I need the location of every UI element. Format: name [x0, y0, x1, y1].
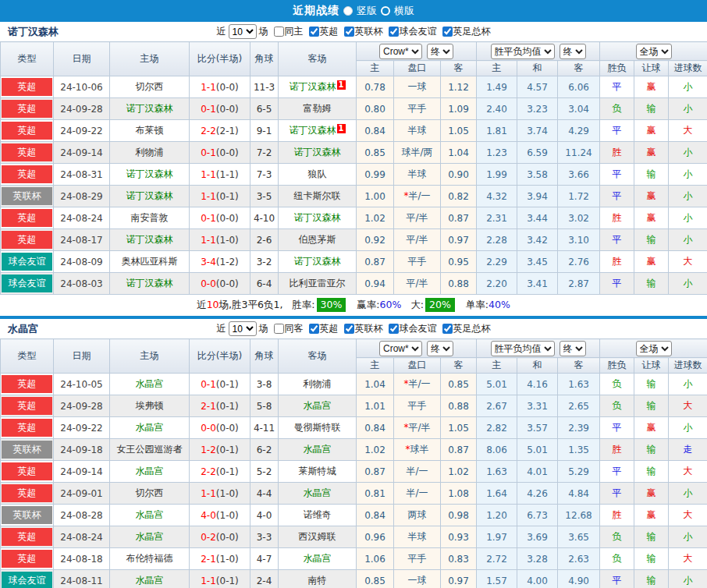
- home-odds-cell: 0.80: [357, 98, 394, 120]
- odds-state-select[interactable]: 终: [427, 341, 453, 356]
- score-cell: 1-1(0-0): [190, 76, 250, 98]
- match-row: 英超24-09-28埃弗顿2-1(0-1)5-8水晶宫1.01平手0.882.6…: [1, 395, 707, 417]
- goals-result-cell: 小: [669, 526, 707, 548]
- score-cell: 1-1(1-1): [190, 164, 250, 186]
- league-type-cell: 英联杯: [1, 186, 54, 207]
- avg-state-select[interactable]: 终: [560, 44, 586, 59]
- league-badge: 英超: [2, 143, 52, 161]
- team-label: 纽卡斯尔联: [294, 190, 341, 201]
- away-odds-cell: 0.93: [441, 526, 477, 548]
- avg-home-cell: 2.72: [477, 548, 517, 570]
- league-checkbox-premier[interactable]: [309, 27, 319, 37]
- away-odds-cell: 1.05: [441, 417, 477, 439]
- games-label: 场: [259, 25, 268, 38]
- league-type-cell: 球会友谊: [1, 273, 54, 295]
- vertical-layout-radio[interactable]: [343, 6, 353, 16]
- league-label-facup: 英足总杯: [453, 25, 491, 38]
- league-label-eflcup: 英联杯: [355, 25, 383, 38]
- score-cell: 0-1(0-0): [190, 142, 250, 164]
- match-date-cell: 24-08-28: [54, 505, 110, 526]
- match-row: 球会友谊24-08-11水晶宫1-1(0-1)2-4南特0.85一球0.971.…: [1, 570, 707, 588]
- score-cell: 3-4(1-2): [190, 251, 250, 273]
- home-team-cell: 布莱顿: [110, 120, 190, 142]
- home-team-cell: 布伦特福德: [110, 548, 190, 570]
- scope-select[interactable]: 全场: [636, 341, 672, 356]
- avg-type-select[interactable]: 胜平负均值: [491, 341, 555, 356]
- same-venue-label: 同客: [285, 322, 304, 335]
- goals-result-cell: 大: [669, 461, 707, 483]
- avg-type-select[interactable]: 胜平负均值: [491, 44, 555, 59]
- team-label: 诺丁汉森林: [290, 125, 336, 136]
- recent-games-select[interactable]: 10: [229, 24, 257, 39]
- match-row: 英联杯24-08-29诺丁汉森林1-1(0-1)3-5纽卡斯尔联1.00*半/一…: [1, 186, 707, 207]
- team-label: 水晶宫: [304, 444, 332, 455]
- handicap-cell: 球半/两: [394, 142, 441, 164]
- handicap-cell: 一球: [394, 76, 441, 98]
- avg-home-cell: 5.01: [477, 374, 517, 395]
- horizontal-layout-radio[interactable]: [381, 6, 390, 16]
- league-checkbox-facup[interactable]: [442, 27, 453, 37]
- subcol-avg-draw: 和: [517, 61, 558, 76]
- league-label-facup: 英足总杯: [453, 322, 491, 335]
- league-type-cell: 英联杯: [1, 505, 54, 526]
- corner-cell: 4-7: [250, 548, 279, 570]
- away-odds-cell: 0.85: [441, 374, 477, 395]
- scope-header-group: 全场: [600, 339, 707, 358]
- match-row: 英超24-10-06切尔西1-1(0-0)11-3诺丁汉森林10.78一球1.1…: [1, 76, 707, 98]
- section-team-1: 诺丁汉森林 近 10 场 同主 英超 英联杯 球会友谊 英足总杯: [0, 22, 707, 316]
- team-label: 水晶宫: [304, 400, 332, 411]
- corner-cell: 5-2: [250, 461, 279, 483]
- goals-result-cell: 小: [669, 76, 707, 98]
- handicap-result-cell: 输: [634, 164, 669, 186]
- avg-away-cell: 2.63: [558, 548, 600, 570]
- league-checkbox-friendly[interactable]: [389, 324, 399, 334]
- score-cell: 0-1(0-1): [190, 374, 250, 395]
- handicap-rate-label: 赢率:: [357, 299, 379, 310]
- team-label: 水晶宫: [136, 509, 164, 520]
- recent-games-select[interactable]: 10: [229, 321, 257, 336]
- match-row: 英超24-09-22布莱顿2-2(2-1)9-1诺丁汉森林10.84半球1.05…: [1, 120, 707, 142]
- goals-result-cell: 小: [669, 229, 707, 251]
- page-title: 近期战绩: [293, 4, 339, 18]
- handicap-cell: 平/半: [394, 229, 441, 251]
- home-odds-cell: 1.06: [357, 548, 394, 570]
- league-badge: 英超: [2, 78, 52, 96]
- scope-select[interactable]: 全场: [636, 44, 672, 59]
- odds-state-select[interactable]: 终: [427, 44, 453, 59]
- league-checkbox-eflcup[interactable]: [344, 324, 354, 334]
- subcol-handicap-result: 让球: [634, 358, 669, 374]
- home-odds-cell: 0.78: [357, 76, 394, 98]
- home-team-cell: 诺丁汉森林: [110, 164, 190, 186]
- handicap-result-cell: 输: [634, 273, 669, 295]
- result-cell: 平: [600, 273, 634, 295]
- league-type-cell: 英超: [1, 374, 54, 395]
- same-venue-checkbox[interactable]: [274, 324, 284, 334]
- summary-near: 近: [197, 299, 207, 310]
- avg-away-cell: 2.65: [558, 395, 600, 417]
- league-checkbox-premier[interactable]: [309, 324, 319, 334]
- league-type-cell: 球会友谊: [1, 570, 54, 588]
- single-rate-label: 单率:: [466, 299, 489, 310]
- league-checkbox-eflcup[interactable]: [344, 27, 354, 37]
- league-checkbox-facup[interactable]: [442, 324, 453, 334]
- big-rate-value: 20%: [425, 298, 455, 312]
- avg-home-cell: 4.32: [477, 186, 517, 207]
- summary-games: 10: [207, 299, 219, 310]
- league-checkbox-friendly[interactable]: [389, 27, 399, 37]
- handicap-result-cell: 输: [634, 548, 669, 570]
- same-venue-checkbox[interactable]: [274, 27, 284, 37]
- team-label: 诺丁汉森林: [290, 81, 336, 92]
- odds-company-select[interactable]: Crow*: [379, 44, 422, 59]
- team-label: 水晶宫: [304, 553, 332, 564]
- result-cell: 胜: [600, 251, 634, 273]
- subcol-goals: 进球数: [669, 61, 707, 76]
- subcol-handicap-result: 让球: [634, 61, 669, 76]
- match-row: 英联杯24-09-18女王公园巡游者1-2(0-1)6-2水晶宫1.02*球半0…: [1, 439, 707, 461]
- home-team-cell: 水晶宫: [110, 526, 190, 548]
- match-date-cell: 24-08-17: [54, 229, 110, 251]
- avg-home-cell: 2.67: [477, 395, 517, 417]
- avg-home-cell: 1.57: [477, 570, 517, 588]
- odds-company-select[interactable]: Crow*: [379, 341, 422, 356]
- team-label: 诺丁汉森林: [294, 147, 341, 158]
- avg-state-select[interactable]: 终: [560, 341, 586, 356]
